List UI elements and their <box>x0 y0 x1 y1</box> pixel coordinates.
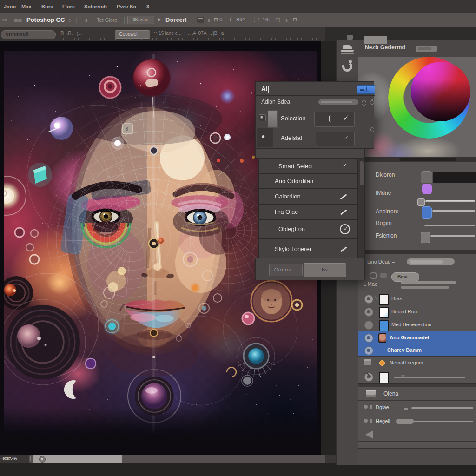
svg-text:8: 8 <box>126 126 128 132</box>
